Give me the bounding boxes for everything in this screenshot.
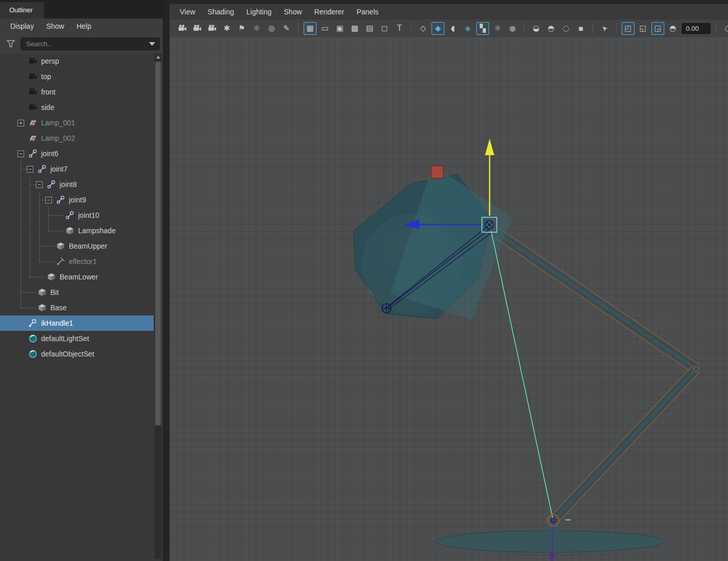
tree-item-persp[interactable]: persp	[0, 53, 154, 69]
viewport-canvas[interactable]	[170, 37, 728, 561]
tree-item-top[interactable]: top	[0, 69, 154, 84]
scrollbar-thumb[interactable]	[155, 62, 161, 425]
viewport-menu-view[interactable]: View	[174, 8, 201, 16]
bookmark-icon[interactable]: ⚑	[235, 22, 248, 35]
expand-toggle[interactable]: −	[36, 181, 43, 188]
outliner-panel: Outliner DisplayShowHelp persptopfrontsi…	[0, 0, 163, 561]
safe-action-icon[interactable]: ◻	[378, 22, 391, 35]
gamma-tools: ◑1	[721, 22, 728, 35]
tree-item-lamp_002[interactable]: Lamp_002	[0, 130, 154, 146]
search-box[interactable]	[21, 38, 160, 50]
light-icon[interactable]: ☼	[250, 22, 263, 35]
outliner-menu-help[interactable]: Help	[70, 22, 98, 30]
lighting-icon[interactable]: ☼	[491, 22, 504, 35]
tree-item-joint9[interactable]: −joint9	[0, 192, 154, 208]
default-material-icon[interactable]: ◖	[446, 22, 459, 35]
tree-item-label: joint10	[78, 211, 99, 219]
end-effector-marker[interactable]	[382, 304, 391, 313]
scroll-up-arrow-icon[interactable]	[155, 53, 161, 61]
exposure-icon[interactable]: ◓	[666, 22, 679, 35]
viewport-menu-show[interactable]: Show	[278, 8, 308, 16]
tree-item-side[interactable]: side	[0, 100, 154, 115]
outliner-menu-display[interactable]: Display	[4, 22, 40, 30]
outliner-tab[interactable]: Outliner	[0, 2, 44, 18]
tree-guide	[39, 208, 40, 223]
pan-zoom-icon[interactable]: ◎	[265, 22, 278, 35]
gamma-icon[interactable]: ◑	[722, 22, 728, 35]
tree-item-effector1[interactable]: effector1	[0, 254, 154, 269]
selection-tools: ➤	[597, 22, 612, 35]
tree-item-lampshade[interactable]: Lampshade	[0, 223, 154, 238]
joint-icon	[47, 180, 56, 189]
motion-blur-icon[interactable]: ◌	[559, 22, 572, 35]
anti-alias-icon[interactable]: ◓	[545, 22, 557, 35]
wireframe-icon[interactable]: ◇	[417, 22, 430, 35]
tree-item-base[interactable]: Base	[0, 300, 154, 315]
ambient-occlusion-icon[interactable]: ◒	[530, 22, 543, 35]
isolate-view-icon[interactable]: ◲	[651, 22, 664, 35]
tree-guide	[39, 200, 45, 200]
tree-item-ikhandle1[interactable]: ikHandle1	[0, 315, 154, 331]
isolate-select-icon[interactable]: ◱	[637, 22, 649, 35]
gear-icon[interactable]: ✱	[220, 22, 233, 35]
plane-handle[interactable]	[431, 166, 443, 178]
tree-item-label: defaultLightSet	[41, 334, 89, 343]
gate-mask-icon[interactable]: ▩	[348, 22, 361, 35]
outliner-menu-show[interactable]: Show	[40, 22, 70, 30]
camera-icon	[28, 103, 38, 112]
grease-pencil-icon[interactable]: ✎	[280, 22, 293, 35]
expand-toggle[interactable]: −	[45, 197, 52, 203]
tree-item-joint8[interactable]: −joint8	[0, 177, 154, 192]
chevron-down-icon[interactable]	[149, 42, 155, 46]
tree-item-label: ikHandle1	[41, 319, 73, 327]
tree-item-defaultlightset[interactable]: defaultLightSet	[0, 331, 154, 346]
wireframe-on-shaded-icon[interactable]: ▚	[476, 22, 489, 35]
camera-lock-icon[interactable]	[191, 22, 203, 35]
tree-item-beamlower[interactable]: BeamLower	[0, 269, 154, 285]
tree-guide	[30, 208, 30, 223]
tree-item-lamp_001[interactable]: +Lamp_001	[0, 115, 154, 130]
filter-icon[interactable]	[4, 38, 17, 49]
expand-toggle[interactable]: +	[17, 120, 24, 126]
tree-item-joint7[interactable]: −joint7	[0, 161, 154, 177]
render-settings-icon[interactable]: ▪	[574, 22, 587, 35]
object-selection-icon[interactable]: ➤	[595, 20, 613, 37]
field-chart-icon[interactable]: ▤	[363, 22, 376, 35]
look-through-icon[interactable]: ◰	[622, 22, 634, 35]
safe-title-icon[interactable]: T	[393, 22, 406, 35]
camera-icon[interactable]	[176, 22, 189, 35]
viewport-menu-panels[interactable]: Panels	[350, 8, 385, 16]
viewport-menu-shading[interactable]: Shading	[201, 8, 240, 16]
tree-item-defaultobjectset[interactable]: defaultObjectSet	[0, 346, 154, 362]
grid-icon[interactable]: ▦	[304, 22, 316, 35]
camera-attributes-icon[interactable]	[206, 22, 218, 35]
resolution-gate-icon[interactable]: ▣	[333, 22, 346, 35]
toolbar-separator	[716, 23, 717, 33]
viewport-menu-renderer[interactable]: Renderer	[308, 8, 350, 16]
exposure-field[interactable]: 0.00	[682, 23, 711, 34]
tree-item-joint6[interactable]: −joint6	[0, 146, 154, 161]
tree-item-label: Lampshade	[78, 227, 116, 235]
viewport-menu-lighting[interactable]: Lighting	[240, 8, 277, 16]
mesh-icon	[56, 241, 65, 251]
toolbar-separator	[524, 23, 525, 33]
textured-icon[interactable]: ◈	[461, 22, 474, 35]
expand-toggle[interactable]: −	[17, 151, 24, 157]
tree-item-front[interactable]: front	[0, 84, 154, 100]
tree-item-bit[interactable]: Bit	[0, 285, 154, 300]
lamp-base-mesh[interactable]	[436, 531, 664, 552]
smooth-shade-icon[interactable]: ◆	[432, 22, 444, 35]
tree-guide	[21, 300, 21, 308]
beam-lower-mesh[interactable]	[550, 366, 700, 523]
search-input[interactable]	[26, 40, 147, 48]
film-gate-icon[interactable]: ▭	[319, 22, 331, 35]
tree-item-label: Base	[50, 304, 67, 312]
tree-item-beamupper[interactable]: BeamUpper	[0, 238, 154, 254]
expand-toggle[interactable]: −	[27, 166, 33, 173]
beam-upper-mesh[interactable]	[491, 227, 699, 373]
outliner-scrollbar[interactable]	[155, 53, 161, 559]
y-axis-arrowhead[interactable]	[485, 139, 494, 155]
tree-item-joint10[interactable]: joint10	[0, 208, 154, 223]
shadows-icon[interactable]: ●	[506, 22, 519, 35]
elbow-joint[interactable]	[694, 366, 699, 371]
